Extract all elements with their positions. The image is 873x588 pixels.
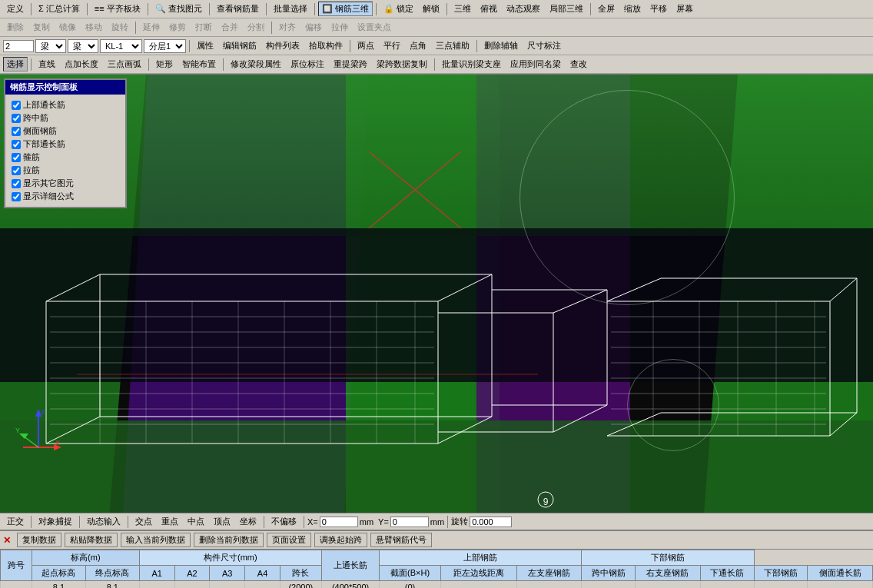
tb-lock[interactable]: 🔒 锁定: [380, 2, 417, 16]
tb-del-aux-axis[interactable]: 删除辅轴: [480, 38, 522, 53]
btn-paste-data[interactable]: 粘贴降数据: [65, 533, 118, 547]
tb-rotate[interactable]: 旋转: [108, 20, 132, 35]
cb-span-mid[interactable]: 跨中筋: [12, 112, 119, 124]
btn-del-col-data[interactable]: 删除当前列数据: [194, 533, 264, 547]
tb-zoom[interactable]: 缩放: [620, 2, 645, 16]
sb-vertex[interactable]: 顶点: [210, 514, 234, 529]
cb-upper-cont[interactable]: 上部通长筋: [12, 99, 119, 111]
tb-modify-seg-prop[interactable]: 修改梁段属性: [227, 57, 285, 71]
tb-smart-layout[interactable]: 智能布置: [178, 57, 220, 71]
tb-stretch[interactable]: 拉伸: [327, 20, 352, 35]
tb-line[interactable]: 直线: [35, 57, 59, 71]
tb-re-extract-spans[interactable]: 重提梁跨: [330, 57, 371, 71]
tb-screen[interactable]: 屏幕: [672, 2, 697, 16]
cb-upper-cont-input[interactable]: [12, 101, 21, 110]
tb-offset[interactable]: 偏移: [301, 20, 326, 35]
steel-panel-title[interactable]: 钢筋显示控制面板: [5, 80, 125, 95]
cb-tie[interactable]: 拉筋: [12, 164, 119, 176]
tb-3point-arc[interactable]: 三点画弧: [104, 57, 145, 71]
btn-input-col-data[interactable]: 输入当前列数据: [121, 533, 191, 547]
tb-copy[interactable]: 复制: [29, 20, 54, 35]
cb-show-formula-input[interactable]: [12, 192, 21, 201]
tb-two-point[interactable]: 两点: [354, 38, 378, 53]
tb-fullscreen[interactable]: 全屏: [594, 2, 619, 16]
tb-parallel[interactable]: 平行: [380, 38, 404, 53]
cb-lower-cont[interactable]: 下部通长筋: [12, 138, 119, 150]
panel-close-btn[interactable]: ✕: [3, 535, 11, 546]
tb-topview[interactable]: 俯视: [476, 2, 501, 16]
member-type2-select[interactable]: 梁: [68, 39, 98, 53]
tb-delete[interactable]: 删除: [3, 20, 28, 35]
cb-side-rebar-input[interactable]: [12, 127, 21, 136]
tb-batch-id-support[interactable]: 批量识别梁支座: [438, 57, 505, 71]
tb-3d[interactable]: 三维: [450, 2, 475, 16]
sb-keypoint[interactable]: 重点: [158, 514, 182, 529]
tb-pan[interactable]: 平移: [646, 2, 671, 16]
cb-lower-cont-input[interactable]: [12, 140, 21, 149]
sb-snap[interactable]: 对象捕捉: [35, 514, 76, 529]
sb-intersection[interactable]: 交点: [131, 514, 156, 529]
tb-point-len[interactable]: 点加长度: [61, 57, 102, 71]
cb-side-rebar[interactable]: 侧面钢筋: [12, 125, 119, 137]
tb-define[interactable]: 定义: [3, 2, 28, 16]
cb-stirrup[interactable]: 箍筋: [12, 151, 119, 163]
layer-select[interactable]: 分层1: [144, 39, 186, 53]
sb-midpoint[interactable]: 中点: [184, 514, 208, 529]
tb-edit-rebar[interactable]: 编辑钢筋: [219, 38, 261, 53]
cb-stirrup-input[interactable]: [12, 153, 21, 162]
rotate-input[interactable]: [470, 517, 512, 527]
tb-view-rebar[interactable]: 查看钢筋量: [213, 2, 263, 16]
btn-cantilever-code[interactable]: 悬臂钢筋代号: [370, 533, 432, 547]
tb-extend[interactable]: 延伸: [139, 20, 164, 35]
tb-align[interactable]: 对齐: [275, 20, 300, 35]
axis-indicator: Z X Y: [12, 405, 65, 459]
tb-local-3d[interactable]: 局部三维: [546, 2, 587, 16]
tb-dynamic-obs[interactable]: 动态观察: [503, 2, 544, 16]
tb-split[interactable]: 分割: [244, 20, 268, 35]
cb-show-formula[interactable]: 显示详细公式: [12, 191, 119, 202]
tb-component-list[interactable]: 构件列表: [262, 38, 304, 53]
tb-check-modify[interactable]: 查改: [566, 57, 591, 71]
sb-orthogonal[interactable]: 正交: [3, 514, 28, 529]
tb-mirror[interactable]: 镜像: [55, 20, 80, 35]
tb-in-situ-annot[interactable]: 原位标注: [287, 57, 328, 71]
tb-properties[interactable]: 属性: [193, 38, 217, 53]
cb-tie-input[interactable]: [12, 166, 21, 175]
tb-3point-aux[interactable]: 三点辅助: [432, 38, 473, 53]
x-coordinate-input[interactable]: [320, 517, 358, 527]
sb-coordinate[interactable]: 坐标: [236, 514, 261, 529]
tb-copy-span-data[interactable]: 梁跨数据复制: [373, 57, 431, 71]
tb-apply-same-name[interactable]: 应用到同名梁: [506, 57, 565, 71]
cb-show-other-input[interactable]: [12, 179, 21, 188]
member-type-select[interactable]: 梁柱墙: [35, 39, 66, 53]
tb-unlock[interactable]: 解锁: [419, 2, 443, 16]
td-lower-rebar-0: [754, 581, 808, 589]
tb-merge[interactable]: 合并: [217, 20, 242, 35]
tb-break[interactable]: 打断: [191, 20, 216, 35]
btn-copy-data[interactable]: 复制数据: [17, 533, 61, 547]
tb-calc[interactable]: Σ 汇总计算: [35, 2, 84, 16]
data-table-container[interactable]: 跨号 标高(m) 构件尺寸(mm) 上通长筋 上部钢筋 下部钢筋 起点标高 终点…: [0, 550, 873, 588]
viewport[interactable]: 9 钢筋显示控制面板 上部通长筋 跨中筋 侧面钢筋 下部通长筋: [0, 75, 873, 513]
sb-dynamic-input[interactable]: 动态输入: [83, 514, 124, 529]
tb-dim-annot[interactable]: 尺寸标注: [523, 38, 565, 53]
tb-point-angle[interactable]: 点角: [406, 38, 430, 53]
tb-rect[interactable]: 矩形: [152, 57, 177, 71]
btn-swap-start-span[interactable]: 调换起始跨: [314, 533, 367, 547]
member-id-select[interactable]: KL-1: [100, 39, 142, 53]
tb-grip[interactable]: 设置夹点: [354, 20, 395, 35]
btn-page-setup[interactable]: 页面设置: [267, 533, 311, 547]
tb-pick-component[interactable]: 拾取构件: [305, 38, 347, 53]
y-coordinate-input[interactable]: [390, 517, 429, 527]
tb-move[interactable]: 移动: [81, 20, 106, 35]
tb-trim[interactable]: 修剪: [165, 20, 190, 35]
tb-find-element[interactable]: 🔍 查找图元: [151, 2, 206, 16]
tb-select[interactable]: 选择: [3, 57, 28, 71]
floor-number-input[interactable]: [3, 40, 34, 52]
tb-rebar-3d[interactable]: 🔲 钢筋三维: [318, 2, 373, 16]
tb-batch-select[interactable]: 批量选择: [270, 2, 311, 16]
tb-flatten[interactable]: ≡≡ 平齐板块: [91, 2, 144, 16]
cb-show-other[interactable]: 显示其它图元: [12, 178, 119, 189]
sb-no-offset[interactable]: 不偏移: [267, 514, 300, 529]
cb-span-mid-input[interactable]: [12, 114, 21, 123]
